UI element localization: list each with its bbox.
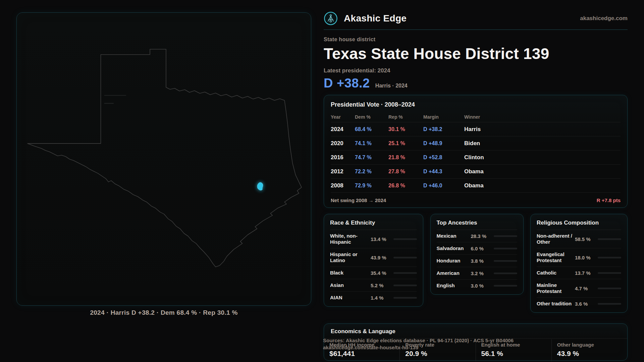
page-title: Texas State House District 139: [324, 45, 628, 63]
brand-domain-link[interactable]: akashicedge.com: [580, 15, 628, 22]
detail-column: Akashic Edge akashicedge.com State house…: [324, 0, 628, 361]
list-item: Black 35.4 %: [330, 267, 417, 279]
col-dem: Dem %: [355, 114, 388, 120]
margin-value: D +38.2: [324, 76, 370, 90]
list-item: Catholic 13.7 %: [537, 267, 621, 279]
kicker: State house district: [324, 37, 628, 43]
stat-other-language: Other language 43.9 %: [551, 339, 627, 361]
mini-bar: [598, 238, 621, 240]
table-header-row: Year Dem % Rep % Margin Winner: [331, 112, 621, 122]
dashboard: 2024 · Harris D +38.2 · Dem 68.4 % · Rep…: [0, 0, 644, 362]
net-swing-value: R +7.8 pts: [597, 197, 621, 203]
list-item: American 3.2 %: [437, 267, 517, 280]
site-header: Akashic Edge akashicedge.com: [324, 0, 628, 30]
table-row: 2020 74.1 % 25.1 % D +48.9 Biden: [331, 136, 621, 150]
list-item: Evangelical Protestant 18.0 %: [537, 248, 621, 267]
mini-bar: [598, 257, 621, 258]
latest-presidential-label: Latest presidential: 2024: [324, 67, 628, 74]
headline-margin: D +38.2 Harris · 2024: [324, 76, 628, 90]
religious-composition-title: Religious Composition: [537, 220, 621, 230]
stat-poverty-rate: Poverty rate 20.9 %: [399, 339, 475, 361]
list-item: Mexican 28.3 %: [437, 230, 517, 242]
map-caption: 2024 · Harris D +38.2 · Dem 68.4 % · Rep…: [16, 309, 311, 316]
list-item: Non-adherent / Other 58.5 %: [537, 230, 621, 248]
col-year: Year: [331, 114, 355, 120]
highlighted-district[interactable]: [257, 182, 263, 190]
stat-median-income: Median HH income $61,441: [324, 339, 399, 361]
akashic-edge-logo-icon: [324, 11, 338, 25]
race-ethnicity-panel: Race & Ethnicity White, non-Hispanic 13.…: [324, 214, 423, 307]
brand-name: Akashic Edge: [344, 13, 407, 24]
col-rep: Rep %: [388, 114, 423, 120]
presidential-vote-table: Year Dem % Rep % Margin Winner 2024 68.4…: [331, 112, 621, 207]
demographics-row: Race & Ethnicity White, non-Hispanic 13.…: [324, 214, 628, 313]
texas-outline: [28, 49, 302, 267]
mini-bar: [598, 272, 621, 274]
mini-bar: [494, 248, 517, 249]
district-map-panel: [16, 12, 311, 306]
mini-bar: [393, 297, 417, 299]
mini-bar: [598, 288, 621, 289]
race-ethnicity-title: Race & Ethnicity: [330, 220, 417, 230]
top-ancestries-title: Top Ancestries: [437, 220, 517, 230]
col-winner: Winner: [464, 114, 621, 120]
presidential-vote-title: Presidential Vote · 2008–2024: [331, 101, 621, 108]
top-ancestries-panel: Top Ancestries Mexican 28.3 % Salvadoran…: [430, 214, 524, 295]
stat-english-at-home: English at home 56.1 %: [476, 339, 551, 361]
col-margin: Margin: [423, 114, 464, 120]
mini-bar: [494, 260, 517, 262]
margin-context: Harris · 2024: [375, 83, 408, 89]
presidential-vote-panel: Presidential Vote · 2008–2024 Year Dem %…: [324, 95, 628, 208]
table-row: 2012 72.2 % 27.8 % D +44.3 Obama: [331, 165, 621, 179]
mini-bar: [393, 272, 417, 274]
mini-bar: [393, 238, 417, 240]
list-item: Asian 5.2 %: [330, 279, 417, 292]
list-item: Honduran 3.8 %: [437, 255, 517, 267]
mini-bar: [598, 303, 621, 305]
economics-language-panel: Economics & Language Median HH income $6…: [324, 323, 628, 361]
mini-bar: [393, 257, 417, 258]
list-item: Salvadoran 6.0 %: [437, 242, 517, 255]
list-item: English 3.0 %: [437, 280, 517, 292]
mini-bar: [494, 273, 517, 274]
mini-bar: [494, 235, 517, 237]
table-row: 2016 74.7 % 21.8 % D +52.8 Clinton: [331, 150, 621, 165]
religious-composition-panel: Religious Composition Non-adherent / Oth…: [530, 214, 628, 313]
economics-language-title: Economics & Language: [324, 328, 627, 339]
net-swing-label: Net swing 2008 → 2024: [331, 197, 386, 203]
list-item: AIAN 1.4 %: [330, 292, 417, 304]
net-swing-row: Net swing 2008 → 2024 R +7.8 pts: [331, 193, 621, 207]
texas-map: [17, 13, 311, 305]
table-row: 2024 68.4 % 30.1 % D +38.2 Harris: [331, 122, 621, 136]
mini-bar: [393, 285, 417, 286]
mini-bar: [494, 285, 517, 287]
list-item: Mainline Protestant 4.7 %: [537, 279, 621, 298]
table-row: 2008 72.9 % 26.8 % D +46.0 Obama: [331, 179, 621, 193]
list-item: White, non-Hispanic 13.4 %: [330, 230, 417, 248]
list-item: Hispanic or Latino 43.9 %: [330, 248, 417, 267]
list-item: Other tradition 3.6 %: [537, 298, 621, 310]
